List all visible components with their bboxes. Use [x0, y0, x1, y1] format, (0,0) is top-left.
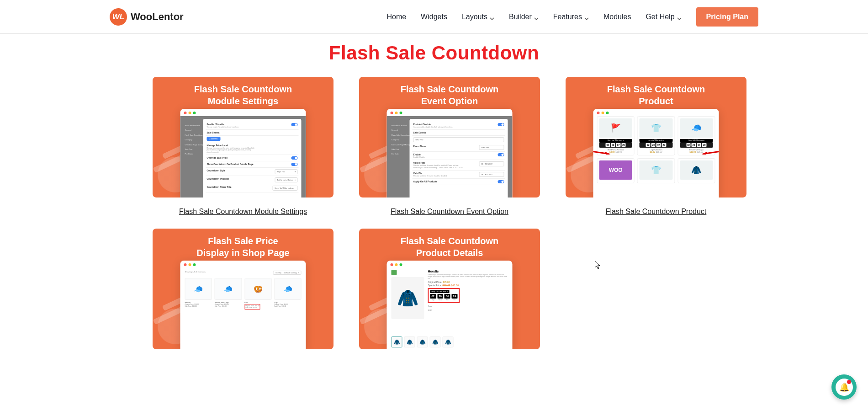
svg-line-2 [705, 151, 719, 154]
mock-modal: Enable / DisableYou can enable / disable… [203, 119, 302, 197]
card-title: Flash Sale Countdown Product [607, 83, 705, 107]
countdown-box: Hurry Up! Offer ends in 02Days 20Hours 0… [428, 288, 460, 303]
chevron-down-icon [534, 15, 539, 19]
chevron-down-icon [677, 15, 682, 19]
logo-icon: WL [110, 8, 127, 26]
toggle-icon [498, 123, 504, 126]
site-header: WL WooLentor Home Widgets Layouts Builde… [0, 0, 868, 34]
product-desc: Pellentesque habitant morbi tristique se… [428, 274, 508, 279]
page-title: Flash Sale Countdown [0, 42, 868, 64]
toggle-icon [498, 180, 504, 183]
card-preview[interactable]: Flash Sale Countdown Module Settings Woo… [153, 77, 333, 197]
mock-window: WooLentor ModuleGeneralFlash Sale Countd… [387, 109, 513, 197]
logo-text: WooLentor [131, 11, 184, 23]
nav-widgets[interactable]: Widgets [421, 13, 447, 21]
nav-modules[interactable]: Modules [603, 13, 631, 21]
card-title: Flash Sale Countdown Event Option [401, 83, 498, 107]
card-module-settings: Flash Sale Countdown Module Settings Woo… [153, 77, 333, 216]
sort-select: Sort By :Default sorting▾ [273, 271, 302, 275]
card-title: Flash Sale Price Display in Shop Page [196, 235, 289, 259]
svg-marker-3 [702, 152, 707, 155]
cards-grid: Flash Sale Countdown Module Settings Woo… [153, 77, 715, 349]
product-grid: 🚩Hurry Up! Offer ends in02200720WordPres… [597, 116, 715, 183]
svg-marker-1 [605, 152, 611, 155]
shop-grid: 🧢BeanieOriginal Price: $20.00Sale Price:… [185, 278, 302, 310]
main-nav: Home Widgets Layouts Builder Features Mo… [386, 7, 758, 27]
add-offer-button: + Add Offer [207, 137, 221, 141]
mock-sidebar: WooLentor ModuleGeneralFlash Sale Countd… [392, 123, 412, 157]
pricing-button[interactable]: Pricing Plan [696, 7, 758, 27]
results-text: Showing 1-8 of 15 results [185, 271, 206, 275]
card-title: Flash Sale Countdown Product Details [401, 235, 498, 259]
toggle-icon [498, 153, 504, 156]
card-shop-page: Flash Sale Price Display in Shop Page Sh… [153, 229, 333, 349]
card-preview[interactable]: Flash Sale Countdown Product 🚩Hurry Up! … [566, 77, 746, 197]
nav-home[interactable]: Home [386, 13, 406, 21]
card-title: Flash Sale Countdown Module Settings [194, 83, 292, 107]
toggle-icon [291, 163, 298, 166]
toggle-icon [291, 156, 298, 160]
card-preview[interactable]: Flash Sale Countdown Event Option WooLen… [359, 77, 540, 197]
mock-sidebar: WooLentor ModuleGeneralFlash Sale Countd… [185, 123, 205, 157]
mock-window: Showing 1-8 of 15 results Sort By :Defau… [180, 261, 306, 349]
mock-window: 🚩Hurry Up! Offer ends in02200720WordPres… [593, 109, 719, 197]
card-preview[interactable]: Flash Sale Countdown Product Details 🧥 H… [359, 229, 540, 349]
arrow-icon [593, 150, 611, 155]
sale-badge-icon [392, 270, 397, 275]
card-caption[interactable]: Flash Sale Countdown Event Option [391, 208, 508, 216]
svg-line-0 [593, 151, 607, 154]
mock-modal: Enable / DisableYou can enable / disable… [410, 119, 508, 197]
nav-builder[interactable]: Builder [509, 13, 539, 21]
card-product-details: Flash Sale Countdown Product Details 🧥 H… [359, 229, 540, 349]
toggle-icon [291, 123, 298, 126]
arrow-icon [702, 150, 719, 155]
product-thumbnails: 🧥🧥🧥🧥🧥 [392, 336, 454, 347]
chevron-down-icon [584, 15, 589, 19]
card-product: Flash Sale Countdown Product 🚩Hurry Up! … [566, 77, 746, 216]
card-preview[interactable]: Flash Sale Price Display in Shop Page Sh… [153, 229, 333, 349]
mock-window: WooLentor ModuleGeneralFlash Sale Countd… [180, 109, 306, 197]
card-caption[interactable]: Flash Sale Countdown Module Settings [179, 208, 307, 216]
nav-features[interactable]: Features [553, 13, 589, 21]
card-caption[interactable]: Flash Sale Countdown Product [606, 208, 707, 216]
chevron-down-icon [490, 15, 494, 19]
card-event-option: Flash Sale Countdown Event Option WooLen… [359, 77, 540, 216]
nav-layouts[interactable]: Layouts [462, 13, 494, 21]
nav-gethelp[interactable]: Get Help [646, 13, 681, 21]
product-title: Hoodie [428, 270, 508, 273]
product-image: 🧥 [392, 277, 424, 319]
mock-window: 🧥 Hoodie Pellentesque habitant morbi tri… [387, 261, 513, 349]
logo[interactable]: WL WooLentor [110, 8, 184, 26]
